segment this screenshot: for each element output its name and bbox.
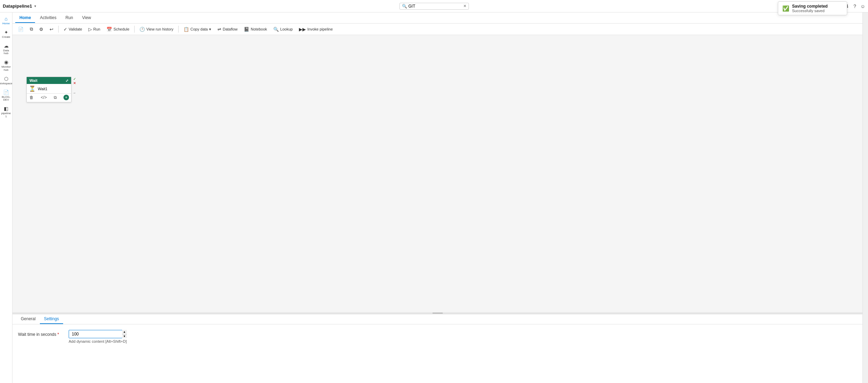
wait-time-input[interactable] xyxy=(69,330,122,338)
right-panel xyxy=(862,12,868,383)
toolbar-btn-template[interactable]: ⧉ xyxy=(27,25,36,33)
bottom-tabs: General Settings xyxy=(12,314,862,324)
view-run-history-label: View run history xyxy=(146,27,173,31)
toolbar-sep-3 xyxy=(178,26,179,33)
node-title: Wait xyxy=(29,78,37,83)
bottom-tab-general[interactable]: General xyxy=(17,314,40,324)
left-sidebar: ⌂ Home ✦ Create ☁ Data hub ◉ Monitor hub… xyxy=(0,12,12,383)
toolbar-btn-validate[interactable]: ✓ Validate xyxy=(61,25,85,33)
dynamic-content-hint[interactable]: Add dynamic content [Alt+Shift+D] xyxy=(69,339,127,343)
validate-icon: ✓ xyxy=(63,27,67,32)
saving-text: Saving completed Successfully saved xyxy=(792,4,828,13)
sidebar-item-home[interactable]: ⌂ Home xyxy=(0,14,12,27)
toolbar-btn-dataflow[interactable]: ⇌ Dataflow xyxy=(215,25,240,33)
pipeline-dropdown-icon[interactable]: ▾ xyxy=(34,4,36,8)
saving-check-icon: ✅ xyxy=(782,5,789,12)
notebook-label: Notebook xyxy=(251,27,267,31)
lookup-label: Lookup xyxy=(280,27,293,31)
bottom-tab-settings[interactable]: Settings xyxy=(40,314,63,324)
copy-data-chevron: ▾ xyxy=(209,27,211,32)
saving-subtitle: Successfully saved xyxy=(792,9,828,13)
main-area: Home Activities Run View 📄 ⧉ ⚙ ↩ ✓ Valid… xyxy=(12,12,862,383)
tab-run[interactable]: Run xyxy=(61,13,77,23)
toolbar-btn-copy-data[interactable]: 📋 Copy data ▾ xyxy=(181,25,214,33)
node-side-arrow[interactable]: → xyxy=(72,91,76,95)
validate-label: Validate xyxy=(69,27,82,31)
spin-down-btn[interactable]: ▼ xyxy=(122,334,127,339)
toolbar-btn-run[interactable]: ▷ Run xyxy=(86,25,103,33)
search-clear-icon[interactable]: ✕ xyxy=(463,4,466,8)
tabs-nav: Home Activities Run View xyxy=(12,12,862,24)
tab-activities[interactable]: Activities xyxy=(36,13,60,23)
search-input[interactable] xyxy=(409,4,463,9)
toolbar-btn-schedule[interactable]: 📅 Schedule xyxy=(104,25,132,33)
toolbar-btn-undo[interactable]: ↩ xyxy=(47,25,56,33)
sidebar-item-pipeline[interactable]: ◧ pipeline 1 xyxy=(0,104,12,120)
wait-time-input-wrapper: ▲ ▼ Add dynamic content [Alt+Shift+D] xyxy=(69,330,127,343)
sidebar-item-blog[interactable]: 📄 BLOG-DEV xyxy=(0,87,12,104)
form-row-wait-time: Wait time in seconds * ▲ ▼ A xyxy=(18,330,857,343)
create-icon: ✦ xyxy=(4,29,8,35)
canvas-area[interactable]: Wait ⤢ ⏳ Wait1 🗑 </> ⧉ + ✓ xyxy=(12,35,862,312)
history-icon: 🕐 xyxy=(139,27,145,32)
sidebar-item-datahub[interactable]: ☁ Data hub xyxy=(0,41,12,58)
run-icon: ▷ xyxy=(88,27,92,32)
invoke-pipeline-label: Invoke pipeline xyxy=(307,27,333,31)
notebook-icon: 📓 xyxy=(244,27,249,32)
help-icon[interactable]: ? xyxy=(853,3,856,9)
node-side-x[interactable]: ✕ xyxy=(73,81,76,85)
toolbar: 📄 ⧉ ⚙ ↩ ✓ Validate ▷ Run 📅 Schedule xyxy=(12,24,862,35)
wait-time-spinner: ▲ ▼ xyxy=(69,330,127,338)
toolbar-sep-1 xyxy=(58,26,59,33)
sidebar-item-create[interactable]: ✦ Create xyxy=(0,27,12,41)
search-icon: 🔍 xyxy=(402,4,407,9)
tab-home[interactable]: Home xyxy=(15,13,35,23)
run-label: Run xyxy=(93,27,100,31)
pipeline-node-wait[interactable]: Wait ⤢ ⏳ Wait1 🗑 </> ⧉ + ✓ xyxy=(26,77,71,102)
toolbar-sep-2 xyxy=(134,26,135,33)
spin-up-btn[interactable]: ▲ xyxy=(122,330,127,334)
workspaces-icon: ⬡ xyxy=(4,76,8,82)
sidebar-item-workspaces[interactable]: ⬡ Workspaces xyxy=(0,74,12,87)
spinner-btns: ▲ ▼ xyxy=(122,330,127,338)
node-name: Wait1 xyxy=(38,87,48,91)
wait-time-label: Wait time in seconds * xyxy=(18,330,63,337)
bottom-panel: General Settings Wait time in seconds * xyxy=(12,314,862,383)
toolbar-btn-invoke-pipeline[interactable]: ▶▶ Invoke pipeline xyxy=(296,25,335,33)
node-expand-icon[interactable]: ⤢ xyxy=(66,79,68,83)
node-add-btn[interactable]: + xyxy=(63,95,69,100)
toolbar-btn-new[interactable]: 📄 xyxy=(15,25,26,33)
node-side-check[interactable]: ✓ xyxy=(73,77,76,81)
dataflow-label: Dataflow xyxy=(223,27,238,31)
toolbar-btn-view-run-history[interactable]: 🕐 View run history xyxy=(137,25,176,33)
node-controls: 🗑 </> ⧉ + xyxy=(27,93,71,102)
blog-icon: 📄 xyxy=(3,90,9,95)
dataflow-icon: ⇌ xyxy=(217,27,221,32)
saving-notification: ✅ Saving completed Successfully saved xyxy=(778,1,847,15)
node-delete-btn[interactable]: 🗑 xyxy=(29,94,34,101)
node-header: Wait ⤢ xyxy=(27,77,71,84)
home-icon: ⌂ xyxy=(5,16,7,22)
toolbar-btn-lookup[interactable]: 🔍 Lookup xyxy=(270,25,295,33)
saving-title: Saving completed xyxy=(792,4,828,9)
lookup-icon: 🔍 xyxy=(273,27,279,32)
sidebar-item-monitoring[interactable]: ◉ Monitor hub xyxy=(0,57,12,74)
new-icon: 📄 xyxy=(18,27,24,32)
copy-data-label: Copy data xyxy=(190,27,208,31)
wait-icon: ⏳ xyxy=(29,85,36,92)
monitor-icon: ◉ xyxy=(4,59,8,65)
top-bar-left: Datapipeline1 ▾ xyxy=(3,3,36,9)
required-star: * xyxy=(58,332,59,337)
toolbar-btn-notebook[interactable]: 📓 Notebook xyxy=(241,25,270,33)
schedule-label: Schedule xyxy=(113,27,129,31)
node-code-btn[interactable]: </> xyxy=(40,94,48,101)
invoke-pipeline-icon: ▶▶ xyxy=(299,27,306,32)
tab-view[interactable]: View xyxy=(78,13,95,23)
toolbar-btn-properties[interactable]: ⚙ xyxy=(36,25,46,33)
feedback-icon[interactable]: ☺ xyxy=(860,3,865,9)
pipeline-title: Datapipeline1 xyxy=(3,3,32,9)
search-box: 🔍 ✕ xyxy=(399,3,469,10)
node-copy-btn[interactable]: ⧉ xyxy=(53,94,58,101)
pipeline-icon: ◧ xyxy=(4,106,8,111)
template-icon: ⧉ xyxy=(30,26,33,32)
